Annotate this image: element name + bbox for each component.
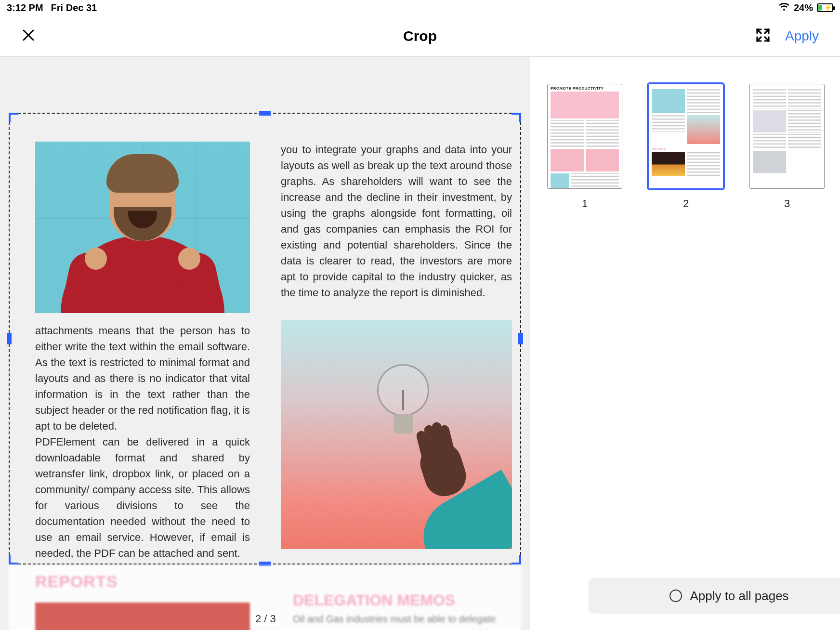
crop-handle-left[interactable] [7,333,12,344]
thumbnail-3-number: 3 [784,197,790,210]
thumbnail-item-1[interactable]: PROMOTE PRODUCTIVITY 1 [547,84,622,210]
thumb1-title: PROMOTE PRODUCTIVITY [551,87,619,90]
thumbnail-1-number: 1 [582,197,588,210]
page-indicator: 2 / 3 [250,611,281,627]
wifi-icon [778,2,790,14]
thumbnail-2[interactable]: REPORTS [648,84,723,189]
close-button[interactable] [21,28,36,44]
crop-handle-bottom-right[interactable] [512,555,521,564]
header-title: Crop [403,28,437,44]
crop-handle-top-right[interactable] [512,113,521,122]
apply-to-all-pages-button[interactable]: Apply to all pages [589,578,840,614]
crop-handle-top-left[interactable] [9,113,18,122]
status-time: 3:12 PM [7,2,43,13]
crop-body: attachments means that the person has to… [0,57,840,630]
reports-heading: REPORTS [35,572,495,591]
apply-button[interactable]: Apply [785,28,819,44]
thumbnail-sidebar: PROMOTE PRODUCTIVITY 1 REPORTS 2 [530,57,840,630]
thumbnail-list: PROMOTE PRODUCTIVITY 1 REPORTS 2 [530,57,840,210]
battery-icon: ⚡ [817,3,833,12]
status-date: Fri Dec 31 [51,2,97,13]
crop-handle-top[interactable] [259,111,271,116]
status-bar: 3:12 PM Fri Dec 31 24% ⚡ [0,0,840,15]
thumbnail-3[interactable] [749,84,825,189]
apply-to-all-label: Apply to all pages [690,589,788,604]
crop-handle-right[interactable] [518,333,523,344]
expand-icon[interactable] [755,27,771,45]
radio-unchecked-icon [669,590,682,602]
thumbnail-1[interactable]: PROMOTE PRODUCTIVITY [547,84,622,189]
crop-header: Crop Apply [0,15,840,57]
reports-image [35,603,250,630]
canvas-area[interactable]: attachments means that the person has to… [0,57,530,630]
crop-rectangle[interactable] [9,113,521,564]
thumbnail-item-3[interactable]: 3 [749,84,825,210]
thumbnail-2-number: 2 [683,197,689,210]
thumbnail-item-2[interactable]: REPORTS 2 [648,84,723,210]
crop-handle-bottom-left[interactable] [9,555,18,564]
battery-percent: 24% [794,2,813,13]
delegation-subtext: Oil and Gas industries must be able to d… [293,614,496,625]
delegation-heading: DELEGATION MEMOS [293,591,455,609]
